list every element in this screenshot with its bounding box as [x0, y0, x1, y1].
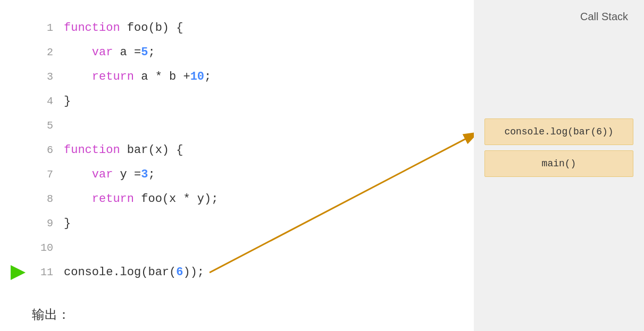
code-line-11: 11 console.log(bar(6));	[32, 260, 474, 285]
line-number-5: 5	[32, 114, 53, 138]
output-label: 输出：	[32, 306, 474, 323]
line-number-8: 8	[32, 187, 53, 211]
line-content-11: console.log(bar(6));	[64, 260, 204, 285]
stack-item-console-log: console.log(bar(6))	[484, 118, 633, 145]
code-block: 1 function foo(b) { 2 var a = 5; 3 retur…	[32, 16, 474, 285]
line-content-7: var y = 3;	[64, 163, 155, 187]
line-number-10: 10	[32, 236, 53, 260]
line-number-1: 1	[32, 16, 53, 40]
code-line-10: 10	[32, 236, 474, 260]
line-content-2: var a = 5;	[64, 40, 155, 65]
line-number-3: 3	[32, 65, 53, 89]
call-stack-items: console.log(bar(6)) main()	[484, 118, 633, 177]
code-line-6: 6 function bar(x) {	[32, 138, 474, 163]
line-content-3: return a * b + 10;	[64, 65, 211, 89]
green-arrow-icon	[11, 265, 26, 280]
line-number-6: 6	[32, 138, 53, 163]
line-content-4: }	[64, 89, 71, 114]
output-text: 输出：	[32, 307, 70, 321]
code-line-4: 4 }	[32, 89, 474, 114]
code-line-9: 9 }	[32, 211, 474, 236]
line-number-4: 4	[32, 89, 53, 114]
line-number-2: 2	[32, 40, 53, 65]
line-content-9: }	[64, 211, 71, 236]
line-number-9: 9	[32, 211, 53, 236]
line-content-8: return foo(x * y);	[64, 187, 218, 211]
code-line-2: 2 var a = 5;	[32, 40, 474, 65]
line-number-7: 7	[32, 163, 53, 187]
line-content-1: function foo(b) {	[64, 16, 183, 40]
code-line-8: 8 return foo(x * y);	[32, 187, 474, 211]
current-line-arrow	[11, 265, 26, 280]
code-editor-area: 1 function foo(b) { 2 var a = 5; 3 retur…	[0, 0, 474, 331]
code-line-7: 7 var y = 3;	[32, 163, 474, 187]
line-content-6: function bar(x) {	[64, 138, 183, 163]
code-line-3: 3 return a * b + 10;	[32, 65, 474, 89]
code-line-1: 1 function foo(b) {	[32, 16, 474, 40]
line-number-11: 11	[32, 260, 53, 285]
call-stack-panel: Call Stack console.log(bar(6)) main()	[474, 0, 644, 331]
stack-item-main: main()	[484, 150, 633, 177]
call-stack-title: Call Stack	[580, 11, 628, 23]
code-line-5: 5	[32, 114, 474, 138]
